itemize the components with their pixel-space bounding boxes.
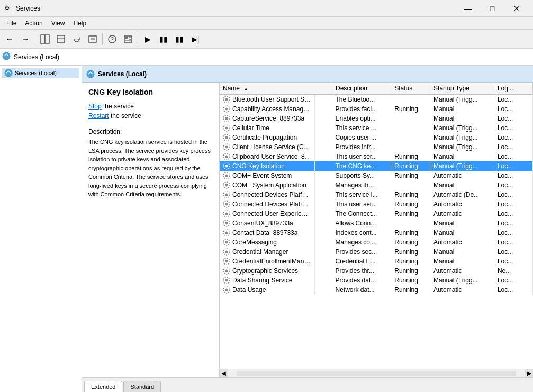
service-desc-cell: Provides sec... (332, 247, 391, 257)
service-gear-icon (223, 277, 230, 284)
table-row[interactable]: Cellular TimeThis service ...Manual (Tri… (220, 123, 533, 133)
svg-rect-0 (41, 35, 44, 43)
hscroll-left-btn[interactable]: ◀ (220, 369, 228, 378)
service-status-cell: Running (391, 257, 430, 266)
table-row[interactable]: CoreMessagingManages co...RunningAutomat… (220, 238, 533, 247)
refresh-button[interactable] (69, 32, 84, 47)
service-startup-cell: Automatic (430, 209, 494, 218)
menu-bar: File Action View Help (0, 17, 533, 30)
service-startup-cell: Manual (Trigg... (430, 276, 494, 285)
service-startup-cell: Manual (430, 152, 494, 161)
service-name-text: Data Usage (232, 286, 266, 294)
table-row[interactable]: CaptureService_889733aEnables opti...Man… (220, 114, 533, 123)
table-row[interactable]: Data Sharing ServiceProvides dat...Runni… (220, 276, 533, 285)
service-gear-icon (223, 239, 230, 246)
tab-extended[interactable]: Extended (84, 381, 122, 392)
table-row[interactable]: COM+ Event SystemSupports Sy...RunningAu… (220, 171, 533, 180)
stop-button[interactable]: ▮▮ (156, 32, 171, 47)
tab-standard[interactable]: Standard (123, 381, 161, 392)
restart-service-link[interactable]: Restart (88, 112, 109, 120)
col-header-desc[interactable]: Description (332, 83, 391, 95)
service-gear-icon (223, 267, 230, 275)
table-row[interactable]: CredentialEnrollmentManag...Credential E… (220, 257, 533, 266)
service-desc-cell: Manages co... (332, 238, 391, 247)
table-row[interactable]: Connected User Experiences ...The Connec… (220, 209, 533, 218)
col-header-logon[interactable]: Log... (494, 83, 532, 95)
table-row[interactable]: Credential ManagerProvides sec...Running… (220, 247, 533, 257)
restart-button[interactable]: ▶| (188, 32, 203, 47)
horizontal-scrollbar[interactable]: ◀ ▶ (220, 369, 533, 377)
service-desc-cell: This user ser... (332, 199, 391, 209)
table-row[interactable]: Client License Service (ClipSV...Provide… (220, 142, 533, 152)
menu-view[interactable]: View (47, 19, 69, 28)
service-name-cell: Connected Devices Platform ... (220, 190, 315, 199)
services-table-body: Bluetooth User Support Serv...The Blueto… (220, 95, 533, 295)
svg-point-50 (225, 251, 228, 253)
table-row[interactable]: ConsentUX_889733aAllows Conn...ManualLoc… (220, 218, 533, 228)
menu-file[interactable]: File (2, 19, 21, 28)
table-row[interactable]: Capability Access Manager S...Provides f… (220, 104, 533, 114)
table-row[interactable]: Certificate PropagationCopies user ...Ma… (220, 133, 533, 142)
sort-arrow-name: ▲ (243, 86, 248, 92)
forward-button[interactable]: → (18, 32, 33, 47)
service-status-cell: Running (391, 161, 430, 171)
table-row[interactable]: Bluetooth User Support Serv...The Blueto… (220, 95, 533, 105)
table-row[interactable]: COM+ System ApplicationManages th...Manu… (220, 180, 533, 190)
service-startup-cell: Manual (430, 228, 494, 238)
properties-button[interactable] (121, 32, 135, 47)
table-row[interactable]: Cryptographic ServicesProvides thr...Run… (220, 266, 533, 276)
col-header-name[interactable]: Name ▲ (220, 83, 332, 95)
svg-point-22 (225, 117, 228, 120)
play-button[interactable]: ▶ (140, 32, 155, 47)
service-startup-cell: Manual (Trigg... (430, 95, 494, 105)
table-row[interactable]: CNG Key IsolationThe CNG ke...RunningMan… (220, 161, 533, 171)
sidebar-item-services-local[interactable]: Services (Local) (2, 68, 79, 78)
hscroll-right-btn[interactable]: ▶ (525, 369, 533, 378)
help-icon: ? (108, 35, 116, 43)
col-header-startup[interactable]: Startup Type (430, 83, 494, 95)
service-gear-icon (223, 286, 230, 294)
minimize-button[interactable]: — (456, 0, 480, 17)
close-button[interactable]: ✕ (504, 0, 529, 17)
service-desc-cell: Network dat... (332, 285, 391, 295)
service-logon-cell: Loc... (494, 285, 532, 295)
help-button[interactable]: ? (105, 32, 120, 47)
sidebar-item-label: Services (Local) (15, 70, 57, 76)
svg-point-40 (225, 203, 228, 206)
service-startup-cell: Manual (430, 114, 494, 123)
back-button[interactable]: ← (2, 32, 17, 47)
table-row[interactable]: Connected Devices Platform ...This servi… (220, 190, 533, 199)
service-name-cell: Connected Devices Platform ... (220, 199, 315, 209)
pause-button[interactable]: ▮▮ (172, 32, 187, 47)
service-status-cell: Running (391, 199, 430, 209)
service-status-cell: Running (391, 238, 430, 247)
menu-action[interactable]: Action (21, 19, 47, 28)
service-startup-cell: Manual (Trigg... (430, 133, 494, 142)
table-row[interactable]: Clipboard User Service_8897...This user … (220, 152, 533, 161)
service-status-cell (391, 218, 430, 228)
maximize-button[interactable]: □ (480, 0, 504, 17)
service-name-text: Connected Devices Platform ... (232, 191, 311, 198)
service-name-text: Certificate Propagation (232, 134, 297, 141)
table-row[interactable]: Contact Data_889733aIndexes cont...Runni… (220, 228, 533, 238)
stop-service-link[interactable]: Stop (88, 103, 102, 110)
table-row[interactable]: Connected Devices Platform ...This user … (220, 199, 533, 209)
export-button[interactable] (85, 32, 100, 47)
service-startup-cell: Manual (430, 180, 494, 190)
service-name-cell: CNG Key Isolation (220, 161, 315, 171)
table-row[interactable]: Data UsageNetwork dat...RunningAutomatic… (220, 285, 533, 295)
service-logon-cell: Loc... (494, 209, 532, 218)
show-hide-console-button[interactable] (38, 32, 52, 47)
service-gear-icon (223, 153, 230, 160)
service-logon-cell: Loc... (494, 238, 532, 247)
services-scroll-area[interactable]: Name ▲ Description Status Startup Type L… (220, 83, 533, 369)
menu-help[interactable]: Help (69, 19, 91, 28)
col-header-status[interactable]: Status (391, 83, 430, 95)
service-gear-icon (223, 134, 230, 141)
service-desc-cell: Supports Sy... (332, 171, 391, 180)
service-name-cell: Certificate Propagation (220, 133, 315, 142)
scope-button[interactable] (53, 32, 68, 47)
service-name-cell: CoreMessaging (220, 238, 315, 247)
split-view: CNG Key Isolation Stop the service Resta… (82, 83, 533, 377)
service-gear-icon (223, 220, 230, 227)
